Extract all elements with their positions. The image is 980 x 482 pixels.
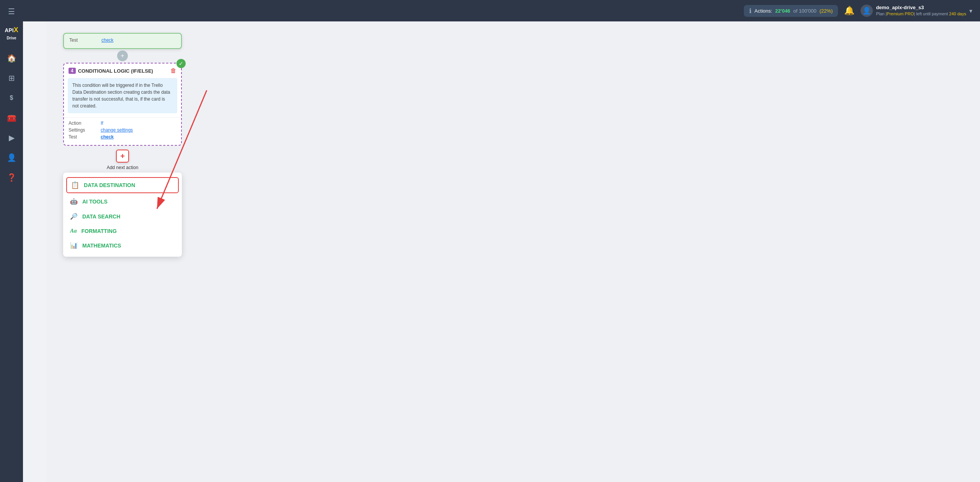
test-label: Test [69, 37, 100, 43]
settings-row: Settings change settings [69, 127, 176, 133]
sidebar-item-help[interactable]: ❓ [3, 169, 20, 186]
actions-used: 22'046 [775, 8, 790, 14]
menu-item-data-search[interactable]: 🔎 DATA SEARCH [63, 209, 182, 224]
checkmark-badge: ✓ [176, 59, 186, 68]
action-row: Action If [69, 120, 176, 126]
sidebar-item-video[interactable]: ▶ [3, 129, 20, 146]
conditional-description: This condition will be triggered if in t… [68, 78, 177, 113]
logo-text: APIXDrive [5, 27, 18, 41]
app-logo: APIXDrive [5, 22, 18, 47]
ai-tools-label: AI TOOLS [82, 199, 108, 205]
sidebar-item-dashboard[interactable]: ⊞ [3, 70, 20, 86]
flow-container: Test check + 4 CONDITIONAL LOGIC (IF/ELS… [57, 33, 188, 257]
sidebar-item-home[interactable]: 🏠 [3, 50, 20, 67]
formatting-icon: Aa [70, 228, 77, 234]
notification-bell[interactable]: 🔔 [844, 6, 854, 16]
user-name: demo_apix-drive_s3 [876, 5, 966, 11]
data-search-label: DATA SEARCH [82, 213, 120, 220]
mathematics-icon: 📊 [70, 242, 78, 249]
main-content: Test check + 4 CONDITIONAL LOGIC (IF/ELS… [46, 21, 980, 482]
menu-icon[interactable]: ☰ [5, 4, 18, 19]
ai-tools-icon: 🤖 [70, 198, 78, 205]
add-btn-wrapper: + [116, 150, 129, 163]
test-check-link[interactable]: check [101, 134, 176, 140]
settings-value[interactable]: change settings [101, 127, 176, 133]
conditional-fields: Action If Settings change settings Test … [64, 117, 181, 145]
mathematics-label: MATHEMATICS [82, 243, 121, 249]
formatting-label: FORMATTING [82, 228, 117, 234]
canvas: Test check + 4 CONDITIONAL LOGIC (IF/ELS… [46, 21, 980, 482]
header: ℹ Actions: 22'046 of 100'000 (22%) 🔔 👤 d… [23, 0, 980, 21]
settings-label: Settings [69, 127, 99, 133]
sidebar-item-tools[interactable]: 🧰 [3, 109, 20, 126]
delete-icon[interactable]: 🗑 [170, 67, 176, 74]
data-search-icon: 🔎 [70, 213, 78, 220]
step-card-top: Test check [63, 33, 182, 49]
step-number: 4 [69, 68, 76, 74]
actions-badge: ℹ Actions: 22'046 of 100'000 (22%) [744, 5, 838, 17]
sidebar-item-profile[interactable]: 👤 [3, 149, 20, 166]
top-card-row: Test check [69, 37, 176, 43]
menu-item-mathematics[interactable]: 📊 MATHEMATICS [63, 238, 182, 253]
actions-total: of 100'000 [793, 8, 816, 14]
data-destination-label: DATA DESTINATION [84, 182, 135, 188]
avatar: 👤 [861, 5, 873, 17]
actions-label: Actions: [755, 8, 772, 14]
add-next-section: + Add next action 📋 DATA DESTINATION 🤖 A… [63, 147, 182, 257]
check-link[interactable]: check [101, 37, 176, 43]
menu-item-ai-tools[interactable]: 🤖 AI TOOLS [63, 194, 182, 209]
user-info[interactable]: 👤 demo_apix-drive_s3 Plan |Premium PRO| … [861, 5, 972, 17]
test-label-2: Test [69, 134, 99, 140]
action-value: If [101, 120, 176, 126]
actions-pct: (22%) [820, 8, 833, 14]
menu-item-data-destination[interactable]: 📋 DATA DESTINATION [66, 177, 179, 193]
test-row: Test check [69, 134, 176, 140]
connector-add-1[interactable]: + [117, 50, 128, 61]
conditional-header: 4 CONDITIONAL LOGIC (IF/ELSE) 🗑 [64, 64, 181, 77]
chevron-down-icon: ▾ [969, 7, 972, 15]
conditional-title: CONDITIONAL LOGIC (IF/ELSE) [78, 68, 168, 74]
menu-item-formatting[interactable]: Aa FORMATTING [63, 224, 182, 238]
add-next-button[interactable]: + [116, 150, 129, 163]
info-icon: ℹ [749, 7, 751, 15]
conditional-card-wrapper: 4 CONDITIONAL LOGIC (IF/ELSE) 🗑 This con… [63, 63, 182, 146]
user-plan: Plan |Premium PRO| left until payment 24… [876, 11, 966, 16]
action-menu: 📋 DATA DESTINATION 🤖 AI TOOLS 🔎 DATA SEA… [63, 173, 182, 257]
sidebar: ☰ APIXDrive 🏠 ⊞ $ 🧰 ▶ 👤 ❓ [0, 0, 23, 482]
action-label: Action [69, 120, 99, 126]
conditional-card: 4 CONDITIONAL LOGIC (IF/ELSE) 🗑 This con… [63, 63, 182, 146]
sidebar-item-billing[interactable]: $ [3, 90, 20, 106]
data-destination-icon: 📋 [71, 181, 79, 189]
add-next-label: Add next action [107, 165, 139, 170]
